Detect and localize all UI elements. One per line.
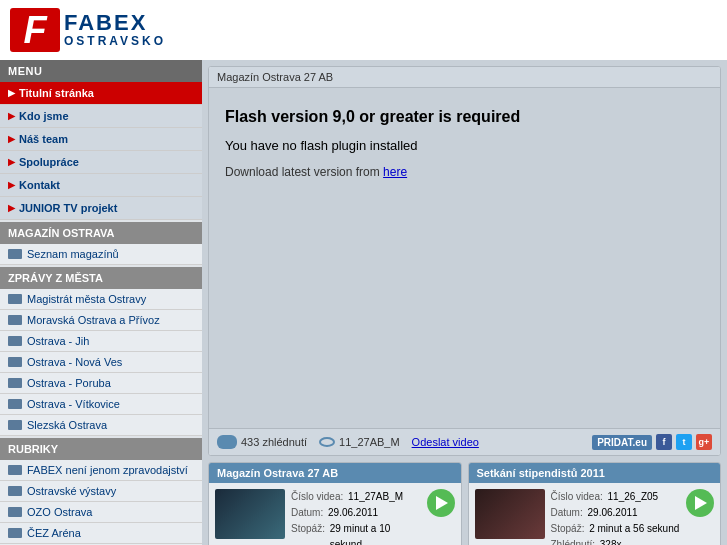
zpravy-label: Ostrava - Vítkovice: [27, 398, 120, 410]
nav-item-1[interactable]: ▶Kdo jsme: [0, 105, 202, 128]
card-stopaz-row: Stopáž: 29 minut a 10 sekund: [291, 521, 421, 545]
views-count: 433 zhlédnutí: [241, 436, 307, 448]
sub-icon: [8, 249, 22, 259]
main-layout: MENU ▶Titulní stránka▶Kdo jsme▶Náš team▶…: [0, 60, 727, 545]
sub-icon: [8, 399, 22, 409]
twitter-icon[interactable]: t: [676, 434, 692, 450]
nav-arrow: ▶: [8, 157, 15, 167]
rubriky-label: FABEX není jenom zpravodajství: [27, 464, 188, 476]
download-link[interactable]: here: [383, 165, 407, 179]
flash-download-text: Download latest version from here: [225, 165, 704, 179]
nav-item-5[interactable]: ▶JUNIOR TV projekt: [0, 197, 202, 220]
sub-icon: [8, 357, 22, 367]
magazin-section-title: MAGAZÍN OSTRAVA: [0, 222, 202, 244]
rubriky-item-3[interactable]: ČEZ Aréna: [0, 523, 202, 544]
sidebar: MENU ▶Titulní stránka▶Kdo jsme▶Náš team▶…: [0, 60, 202, 545]
magazin-list: Seznam magazínů: [0, 244, 202, 265]
zpravy-label: Ostrava - Poruba: [27, 377, 111, 389]
zpravy-item-2[interactable]: Ostrava - Jih: [0, 331, 202, 352]
play-button-0[interactable]: [427, 489, 455, 517]
zpravy-label: Slezská Ostrava: [27, 419, 107, 431]
logo[interactable]: F FABEX OSTRAVSKO: [10, 8, 166, 52]
googleplus-icon[interactable]: g+: [696, 434, 712, 450]
nav-arrow: ▶: [8, 203, 15, 213]
nav-label: Náš team: [19, 133, 68, 145]
card-cislo-row: Číslo videa: 11_26_Z05: [551, 489, 681, 505]
magazin-item-0[interactable]: Seznam magazínů: [0, 244, 202, 265]
sub-icon: [8, 315, 22, 325]
flash-content-area: Flash version 9,0 or greater is required…: [209, 88, 720, 428]
card-stopaz-row: Stopáž: 2 minut a 56 sekund: [551, 521, 681, 537]
play-button-1[interactable]: [686, 489, 714, 517]
views-stat: 433 zhlédnutí: [217, 435, 307, 449]
sub-icon: [8, 507, 22, 517]
pridat-text[interactable]: PRIDAT.eu: [592, 435, 652, 450]
zpravy-label: Ostrava - Jih: [27, 335, 89, 347]
sub-icon: [8, 336, 22, 346]
nav-arrow: ▶: [8, 134, 15, 144]
main-content: Magazín Ostrava 27 AB Flash version 9,0 …: [202, 60, 727, 545]
flash-panel: Magazín Ostrava 27 AB Flash version 9,0 …: [208, 66, 721, 456]
zpravy-label: Moravská Ostrava a Přívoz: [27, 314, 160, 326]
rubriky-label: OZO Ostrava: [27, 506, 92, 518]
card-info-0: Číslo videa: 11_27AB_M Datum: 29.06.2011…: [291, 489, 421, 545]
send-link[interactable]: Odeslat video: [412, 436, 479, 448]
rubriky-label: Ostravské výstavy: [27, 485, 116, 497]
pridat-badge: PRIDAT.eu f t g+: [592, 434, 712, 450]
flash-panel-title: Magazín Ostrava 27 AB: [209, 67, 720, 88]
rubriky-label: ČEZ Aréna: [27, 527, 81, 539]
zpravy-item-5[interactable]: Ostrava - Vítkovice: [0, 394, 202, 415]
zpravy-item-3[interactable]: Ostrava - Nová Ves: [0, 352, 202, 373]
nav-label: Kdo jsme: [19, 110, 69, 122]
zpravy-item-0[interactable]: Magistrát města Ostravy: [0, 289, 202, 310]
header: F FABEX OSTRAVSKO: [0, 0, 727, 60]
nav-label: Kontakt: [19, 179, 60, 191]
play-triangle-icon: [695, 496, 707, 510]
logo-ostravsko: OSTRAVSKO: [64, 34, 166, 48]
sub-icon: [8, 528, 22, 538]
sub-icon: [8, 294, 22, 304]
nav-label: Spolupráce: [19, 156, 79, 168]
rubriky-item-1[interactable]: Ostravské výstavy: [0, 481, 202, 502]
rubriky-item-0[interactable]: FABEX není jenom zpravodajství: [0, 460, 202, 481]
card-body-0: Číslo videa: 11_27AB_M Datum: 29.06.2011…: [209, 483, 461, 545]
nav-item-4[interactable]: ▶Kontakt: [0, 174, 202, 197]
zpravy-section-title: ZPRÁVY Z MĚSTA: [0, 267, 202, 289]
send-stat[interactable]: Odeslat video: [412, 436, 479, 448]
card-datum-row: Datum: 29.06.2011: [291, 505, 421, 521]
nav-item-0[interactable]: ▶Titulní stránka: [0, 82, 202, 105]
zpravy-item-4[interactable]: Ostrava - Poruba: [0, 373, 202, 394]
nav-arrow: ▶: [8, 111, 15, 121]
file-stat: 11_27AB_M: [319, 436, 400, 448]
eye-icon: [319, 437, 335, 447]
zpravy-label: Magistrát města Ostravy: [27, 293, 146, 305]
nav-label: JUNIOR TV projekt: [19, 202, 117, 214]
logo-f-icon: F: [10, 8, 60, 52]
rubriky-section-title: RUBRIKY: [0, 438, 202, 460]
logo-fabex: FABEX: [64, 12, 166, 34]
rubriky-item-2[interactable]: OZO Ostrava: [0, 502, 202, 523]
card-1: Setkání stipendistů 2011 Číslo videa: 11…: [468, 462, 722, 545]
flash-error-heading: Flash version 9,0 or greater is required: [225, 108, 704, 126]
nav-item-3[interactable]: ▶Spolupráce: [0, 151, 202, 174]
zpravy-list: Magistrát města OstravyMoravská Ostrava …: [0, 289, 202, 436]
file-name: 11_27AB_M: [339, 436, 400, 448]
flash-bottom-bar: 433 zhlédnutí 11_27AB_M Odeslat video PR…: [209, 428, 720, 455]
nav-arrow: ▶: [8, 180, 15, 190]
card-zhledy-row: Zhlédnutí: 328x: [551, 537, 681, 545]
nav-item-2[interactable]: ▶Náš team: [0, 128, 202, 151]
nav-list: ▶Titulní stránka▶Kdo jsme▶Náš team▶Spolu…: [0, 82, 202, 220]
card-body-1: Číslo videa: 11_26_Z05 Datum: 29.06.2011…: [469, 483, 721, 545]
zpravy-item-1[interactable]: Moravská Ostrava a Přívoz: [0, 310, 202, 331]
download-label: Download latest version from: [225, 165, 383, 179]
facebook-icon[interactable]: f: [656, 434, 672, 450]
rubriky-list: FABEX není jenom zpravodajstvíOstravské …: [0, 460, 202, 545]
zpravy-item-6[interactable]: Slezská Ostrava: [0, 415, 202, 436]
nav-arrow: ▶: [8, 88, 15, 98]
bottom-cards: Magazín Ostrava 27 AB Číslo videa: 11_27…: [208, 462, 721, 545]
play-triangle-icon: [436, 496, 448, 510]
card-cislo-row: Číslo videa: 11_27AB_M: [291, 489, 421, 505]
cloud-icon: [217, 435, 237, 449]
card-info-1: Číslo videa: 11_26_Z05 Datum: 29.06.2011…: [551, 489, 681, 545]
menu-section-title: MENU: [0, 60, 202, 82]
